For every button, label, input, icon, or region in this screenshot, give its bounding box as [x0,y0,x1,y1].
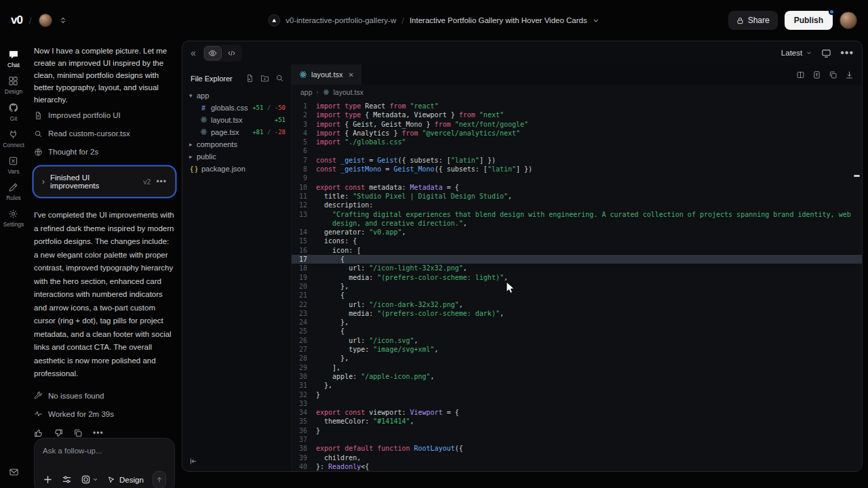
breadcrumb: v0-interactive-portfolio-gallery-w / Int… [268,0,599,41]
tree-item-name: components [197,140,237,148]
code-line: 17 { [292,255,862,264]
code-line: 29 ], [292,363,862,372]
breadcrumb-file[interactable]: layout.tsx [334,88,363,96]
line-number: 26 [292,336,316,345]
code-line: 1import type React from "react" [292,102,862,110]
rules-icon [8,182,18,192]
line-number: 25 [292,327,316,336]
code-line: 39 children, [292,453,862,462]
copy-icon[interactable] [829,70,837,79]
chat-name[interactable]: Interactive Portfolio Gallery with Hover… [410,16,587,24]
model-select-button[interactable] [81,474,98,485]
code-line: 2import type { Metadata, Viewport } from… [292,110,862,119]
thumbs-up-button[interactable] [34,428,43,438]
v0-logo[interactable]: v0 [11,14,22,27]
close-tab-icon[interactable]: ✕ [348,71,353,79]
code-line: 6 [292,146,862,155]
tree-item-page-tsx[interactable]: page.tsx+81 / -28 [182,126,291,138]
code-content[interactable]: 1import type React from "react"2import t… [292,100,862,471]
panel-more-button[interactable]: ••• [840,47,854,59]
tree-item-layout-tsx[interactable]: layout.tsx+51 [182,114,291,126]
settings-sliders-button[interactable] [62,474,72,485]
chevron-right-icon: ▸ [189,153,197,160]
code-line: 36} [292,426,862,435]
version-card-menu-button[interactable]: ••• [156,177,167,186]
team-avatar[interactable] [39,14,52,27]
sidebar-item-rules[interactable]: Rules [3,182,24,201]
thumbs-down-button[interactable] [54,428,63,438]
chevron-right-icon: › [42,177,45,186]
tree-item-package-json[interactable]: { }package.json [182,163,291,175]
chat-input-placeholder: Ask a follow-up... [43,447,166,455]
workspace-header: « Latest ••• [182,41,862,64]
share-button[interactable]: Share [728,11,778,30]
line-number: 33 [292,399,316,408]
react-icon [299,70,307,79]
send-button[interactable] [153,471,166,488]
mail-icon[interactable] [9,467,19,477]
breadcrumb-app[interactable]: app [300,88,313,96]
task-item[interactable]: Thought for 2s [34,143,175,161]
version-badge: v2 [143,178,151,186]
version-card[interactable]: › Finished UI improvements v2 ••• [34,167,175,197]
tree-item-globals-css[interactable]: #globals.css+51 / -50 [182,102,291,114]
status-item[interactable]: Worked for 2m 39s [34,405,175,423]
publish-button[interactable]: Publish [785,11,833,30]
code-view-button[interactable] [223,46,241,60]
copy-button[interactable] [73,428,83,438]
code-line: design, and creative direction.", [292,219,862,228]
search-icon[interactable] [275,74,284,83]
chat-input[interactable]: Ask a follow-up... Design [34,438,175,488]
tree-item-name: app [197,92,209,100]
split-view-icon[interactable] [796,70,805,79]
code-line: 9 [292,174,862,182]
code-line: 31 }, [292,381,862,390]
new-file-icon[interactable] [245,74,254,83]
connect-icon [8,129,18,140]
tab-layout-tsx[interactable]: layout.tsx ✕ [292,64,361,85]
tree-item-components[interactable]: ▸components [182,138,291,150]
chevron-down-icon [806,49,812,56]
sidebar-item-design[interactable]: Design [3,76,24,95]
task-item[interactable]: Improved portfolio UI [34,106,175,124]
attach-button[interactable] [43,474,53,485]
assistant-message: Now I have a complete picture. Let me cr… [34,45,175,106]
sidebar-item-vars[interactable]: Vars [3,156,24,175]
line-number: 15 [292,237,316,245]
status-item[interactable]: No issues found [34,387,175,405]
scrollbar-thumb[interactable] [854,175,860,177]
device-preview-button[interactable] [821,48,831,58]
more-options-button[interactable]: ••• [93,428,104,438]
project-name[interactable]: v0-interactive-portfolio-gallery-w [285,16,396,24]
preview-eye-button[interactable] [204,46,222,60]
chevron-up-down-icon[interactable] [59,16,67,24]
dock-left-icon[interactable] [189,457,198,466]
task-item[interactable]: Read custom-cursor.tsx [34,125,175,142]
collapse-panel-icon[interactable]: « [191,47,196,58]
design-mode-button[interactable]: Design [107,476,144,484]
line-number: 27 [292,345,316,354]
new-folder-icon[interactable] [260,74,269,83]
line-number: 28 [292,354,316,363]
code-line: 20 }, [292,282,862,291]
tree-item-public[interactable]: ▸public [182,150,291,163]
line-number: 36 [292,426,316,435]
tree-item-name: page.tsx [211,128,239,136]
git-icon [8,102,19,113]
tree-item-app[interactable]: ▾app [182,89,291,102]
sidebar-item-chat[interactable]: Chat [3,49,24,68]
sidebar-item-git[interactable]: Git [3,102,24,122]
line-number: 18 [292,264,316,272]
download-icon[interactable] [845,70,854,79]
code-line: 10export const metadata: Metadata = { [292,183,862,192]
code-line: 23 media: "(prefers-color-scheme: dark)"… [292,309,862,318]
user-avatar[interactable] [840,12,857,29]
code-line: 4import { Analytics } from "@vercel/anal… [292,129,862,138]
export-file-icon[interactable] [812,70,821,79]
sidebar-item-settings[interactable]: Settings [3,209,24,228]
version-select[interactable]: Latest [781,49,812,57]
sidebar-item-connect[interactable]: Connect [3,129,24,148]
breadcrumb-separator: / [401,16,404,26]
chevron-down-icon[interactable] [593,17,600,24]
diff-stats: +81 / -28 [252,129,291,136]
